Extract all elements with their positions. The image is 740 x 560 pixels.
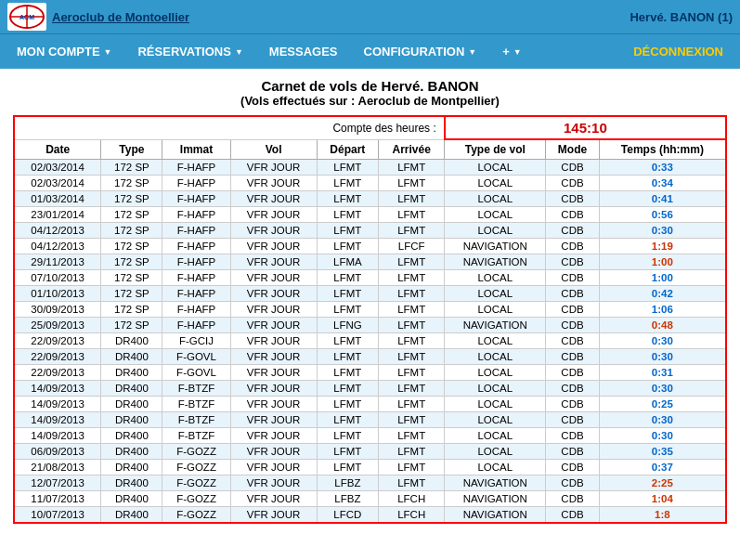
chevron-down-icon: ▼ (513, 47, 522, 57)
table-row: 06/09/2013DR400F-GOZZVFR JOURLFMTLFMTLOC… (14, 444, 726, 460)
table-row: 14/09/2013DR400F-BTZFVFR JOURLFMTLFMTLOC… (14, 428, 726, 444)
table-row: 29/11/2013172 SPF-HAFPVFR JOURLFMALFMTNA… (14, 254, 726, 270)
main-content: Carnet de vols de Hervé. BANON (Vols eff… (0, 69, 740, 533)
table-row: 04/12/2013172 SPF-HAFPVFR JOURLFMTLFMTLO… (14, 223, 726, 239)
table-row: 30/09/2013172 SPF-HAFPVFR JOURLFMTLFMTLO… (14, 302, 726, 318)
svg-text:ACM: ACM (19, 14, 34, 20)
nav-configuration[interactable]: CONFIGURATION ▼ (351, 37, 490, 66)
col-vol: Vol (230, 139, 317, 160)
logo-area: ACM Aeroclub de Montoellier (7, 3, 189, 31)
table-row: 11/07/2013DR400F-GOZZVFR JOURLFBZLFCHNAV… (14, 491, 726, 507)
aeroclub-logo-icon: ACM (7, 3, 46, 31)
table-row: 22/09/2013DR400F-GOVLVFR JOURLFMTLFMTLOC… (14, 349, 726, 365)
nav-bar: MON COMPTE ▼ RÉSERVATIONS ▼ MESSAGES CON… (0, 33, 740, 69)
page-title-area: Carnet de vols de Hervé. BANON (Vols eff… (13, 78, 727, 108)
table-row: 21/08/2013DR400F-GOZZVFR JOURLFMTLFMTLOC… (14, 460, 726, 475)
nav-mon-compte[interactable]: MON COMPTE ▼ (4, 37, 124, 66)
chevron-down-icon: ▼ (104, 47, 112, 57)
table-row: 01/10/2013172 SPF-HAFPVFR JOURLFMTLFMTLO… (14, 286, 726, 302)
chevron-down-icon: ▼ (235, 47, 243, 57)
site-logo-link[interactable]: Aeroclub de Montoellier (52, 10, 189, 24)
top-bar: ACM Aeroclub de Montoellier Hervé. BANON… (0, 0, 740, 33)
table-row: 14/09/2013DR400F-BTZFVFR JOURLFMTLFMTLOC… (14, 381, 726, 397)
nav-plus[interactable]: + ▼ (489, 37, 535, 66)
table-row: 25/09/2013172 SPF-HAFPVFR JOURLFNGLFMTNA… (14, 318, 726, 333)
table-header-row: Date Type Immat Vol Départ Arrivée Type … (14, 139, 726, 160)
nav-deconnexion[interactable]: DÉCONNEXION (620, 37, 736, 66)
table-row: 22/09/2013DR400F-GCIJVFR JOURLFMTLFMTLOC… (14, 333, 726, 349)
user-info: Hervé. BANON (1) (630, 10, 733, 24)
table-body: 02/03/2014172 SPF-HAFPVFR JOURLFMTLFMTLO… (14, 160, 726, 524)
compte-label: Compte des heures : (14, 116, 445, 139)
col-type: Type (101, 139, 162, 160)
col-type-vol: Type de vol (445, 139, 546, 160)
chevron-down-icon: ▼ (468, 47, 476, 57)
col-arrivee: Arrivée (379, 139, 445, 160)
page-title-main: Carnet de vols de Hervé. BANON (13, 78, 727, 94)
col-date: Date (14, 139, 101, 160)
col-mode: Mode (546, 139, 600, 160)
compte-value: 145:10 (445, 116, 726, 139)
col-depart: Départ (317, 139, 379, 160)
table-row: 04/12/2013172 SPF-HAFPVFR JOURLFMTLFCFNA… (14, 239, 726, 254)
table-row: 01/03/2014172 SPF-HAFPVFR JOURLFMTLFMTLO… (14, 191, 726, 207)
table-row: 23/01/2014172 SPF-HAFPVFR JOURLFMTLFMTLO… (14, 207, 726, 223)
flight-log-table: Compte des heures : 145:10 Date Type Imm… (13, 115, 727, 524)
nav-reservations[interactable]: RÉSERVATIONS ▼ (124, 37, 255, 66)
page-title-sub: (Vols effectués sur : Aeroclub de Montpe… (13, 94, 727, 108)
table-row: 22/09/2013DR400F-GOVLVFR JOURLFMTLFMTLOC… (14, 365, 726, 381)
compte-row: Compte des heures : 145:10 (14, 116, 726, 139)
col-temps: Temps (hh:mm) (599, 139, 726, 160)
table-row: 14/09/2013DR400F-BTZFVFR JOURLFMTLFMTLOC… (14, 397, 726, 412)
nav-messages[interactable]: MESSAGES (256, 37, 351, 66)
table-row: 07/10/2013172 SPF-HAFPVFR JOURLFMTLFMTLO… (14, 270, 726, 286)
table-row: 02/03/2014172 SPF-HAFPVFR JOURLFMTLFMTLO… (14, 160, 726, 176)
table-row: 10/07/2013DR400F-GOZZVFR JOURLFCDLFCHNAV… (14, 507, 726, 524)
col-immat: Immat (162, 139, 230, 160)
table-row: 14/09/2013DR400F-BTZFVFR JOURLFMTLFMTLOC… (14, 412, 726, 428)
table-row: 12/07/2013DR400F-GOZZVFR JOURLFBZLFMTNAV… (14, 475, 726, 491)
table-row: 02/03/2014172 SPF-HAFPVFR JOURLFMTLFMTLO… (14, 176, 726, 191)
